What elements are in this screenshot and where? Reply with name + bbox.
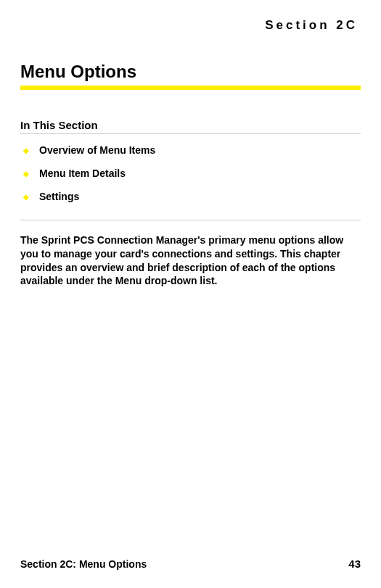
toc-item-label: Overview of Menu Items bbox=[39, 144, 155, 156]
toc-list: ◆ Overview of Menu Items ◆ Menu Item Det… bbox=[20, 144, 361, 220]
toc-item-label: Menu Item Details bbox=[39, 167, 126, 179]
footer-section-title: Section 2C: Menu Options bbox=[20, 558, 147, 570]
toc-item: ◆ Menu Item Details bbox=[23, 167, 361, 181]
title-block: Menu Options bbox=[20, 62, 361, 90]
page-footer: Section 2C: Menu Options 43 bbox=[20, 558, 361, 570]
toc-item-label: Settings bbox=[39, 191, 79, 202]
title-underline bbox=[20, 86, 361, 90]
page-container: Section 2C Menu Options In This Section … bbox=[0, 0, 381, 588]
body-paragraph: The Sprint PCS Connection Manager's prim… bbox=[20, 233, 361, 289]
toc-item: ◆ Settings bbox=[23, 191, 361, 204]
page-title: Menu Options bbox=[20, 62, 361, 84]
in-this-section-heading: In This Section bbox=[20, 119, 361, 134]
diamond-bullet-icon: ◆ bbox=[23, 167, 29, 181]
footer-page-number: 43 bbox=[348, 558, 361, 570]
diamond-bullet-icon: ◆ bbox=[23, 191, 29, 204]
toc-item: ◆ Overview of Menu Items bbox=[23, 144, 361, 157]
diamond-bullet-icon: ◆ bbox=[23, 144, 29, 157]
section-label: Section 2C bbox=[20, 18, 361, 33]
